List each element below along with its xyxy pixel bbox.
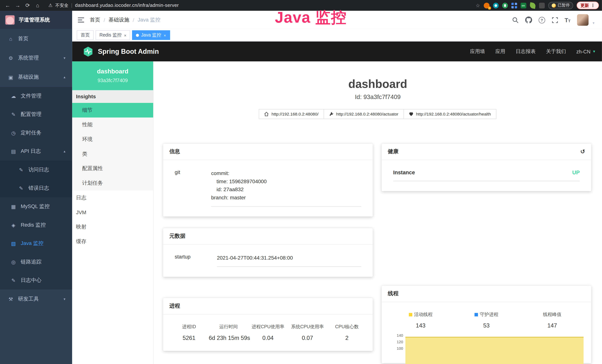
sidebar-item-infra[interactable]: ▣ 基础设施 ▲: [0, 67, 72, 87]
insights-section-header: Insights: [72, 90, 153, 103]
reload-icon[interactable]: ⟳: [23, 1, 32, 10]
sba-language-select[interactable]: zh-CN ▼: [576, 49, 596, 54]
sba-item-performance[interactable]: 性能: [72, 118, 153, 132]
sidebar-item-api-log[interactable]: ▤ API 日志 ▲: [0, 142, 72, 161]
startup-row: startup 2021-04-27T00:44:31.254+08:00: [169, 254, 366, 267]
legend-value: 147: [519, 322, 585, 329]
sba-item-scheduled-tasks[interactable]: 计划任务: [72, 176, 153, 191]
search-icon[interactable]: [512, 17, 519, 23]
sba-item-configprops[interactable]: 配置属性: [72, 161, 153, 176]
history-icon[interactable]: ↺: [580, 148, 585, 155]
health-card: 健康 ↺ Instance UP: [382, 143, 591, 191]
active-threads-area: [406, 337, 584, 364]
sba-item-jvm[interactable]: JVM: [72, 205, 153, 220]
extension-on-icon[interactable]: on: [520, 2, 526, 8]
service-url-link[interactable]: http://192.168.0.2:48080/: [259, 109, 324, 119]
sidebar-item-redis[interactable]: ◈ Redis 监控: [0, 216, 72, 234]
metric-label: 运行时间: [209, 324, 248, 330]
sidebar-item-file[interactable]: ☁ 文件管理: [0, 87, 72, 105]
sba-item-details[interactable]: 细节: [72, 103, 153, 118]
insights-group: 细节 性能 环境 类 配置属性 计划任务: [72, 103, 153, 191]
breadcrumb-item[interactable]: 首页: [90, 17, 100, 23]
git-time-line: time: 1596289704000: [211, 177, 361, 185]
sidebar-item-label: 首页: [18, 35, 28, 42]
extension-teal-icon[interactable]: [493, 2, 499, 8]
health-url-link[interactable]: http://192.168.0.2:48080/actuator/health: [403, 109, 496, 119]
extension-grid-icon[interactable]: [511, 2, 517, 8]
address-bar[interactable]: ⚠ 不安全 | dashboard.yudao.iocoder.cn/infra…: [48, 2, 179, 8]
tab-redis[interactable]: Redis 监控 ×: [96, 30, 130, 40]
tab-label: Java 监控: [141, 32, 161, 38]
sidebar-item-label: 基础设施: [18, 74, 39, 81]
git-value: commit: time: 1596289704000 id: 27aa832 …: [211, 169, 361, 207]
sidebar-item-config[interactable]: ✎ 配置管理: [0, 105, 72, 124]
tab-home[interactable]: 首页: [77, 30, 94, 40]
paused-label: 已暂停: [558, 3, 570, 8]
link-label: http://192.168.0.2:48080/actuator: [336, 112, 398, 117]
extension-leaf-icon[interactable]: [529, 2, 536, 9]
sba-item-logs[interactable]: 日志: [72, 191, 153, 205]
process-metric: 运行时间 6d 23h 15m 59s: [209, 324, 248, 341]
breadcrumb-item[interactable]: 基础设施: [109, 17, 129, 23]
sidebar-item-access-log[interactable]: ✎ 访问日志: [0, 161, 72, 179]
sidebar-item-home[interactable]: ⌂ 首页: [0, 29, 72, 48]
user-avatar[interactable]: [577, 14, 589, 26]
tab-java[interactable]: Java 监控 ×: [132, 30, 170, 40]
sidebar-item-label: 定时任务: [21, 129, 42, 136]
actuator-url-link[interactable]: http://192.168.0.2:48080/actuator: [323, 109, 404, 119]
startup-value: 2021-04-27T00:44:31.254+08:00: [217, 254, 361, 267]
extension-fox-icon[interactable]: 1: [484, 2, 489, 8]
legend-blue-swatch: [474, 313, 478, 317]
url-text[interactable]: dashboard.yudao.iocoder.cn/infra/admin-s…: [75, 3, 179, 8]
dashboard-icon: ⌂: [8, 36, 14, 42]
sba-item-caches[interactable]: 缓存: [72, 234, 153, 249]
legend-value: 143: [388, 322, 453, 329]
sidebar-item-trace[interactable]: ◎ 链路追踪: [0, 253, 72, 271]
extension-green-icon[interactable]: [502, 2, 508, 8]
sidebar-item-label: MySQL 监控: [21, 203, 50, 210]
smiley-icon: [552, 3, 556, 8]
github-icon[interactable]: [525, 17, 532, 23]
instance-header[interactable]: dashboard 93a3fc7f7409: [72, 61, 153, 90]
update-button[interactable]: 更新 ⋮: [577, 1, 599, 9]
browser-home-icon[interactable]: ⌂: [33, 1, 42, 10]
cloud-icon: ☁: [10, 93, 17, 99]
back-icon[interactable]: ←: [3, 1, 12, 10]
bookmark-star-icon[interactable]: ☆: [475, 2, 480, 8]
sidebar-item-mysql[interactable]: ▦ MySQL 监控: [0, 197, 72, 216]
warning-icon: ⚠: [48, 3, 53, 8]
sba-language-label: zh-CN: [576, 49, 591, 54]
paused-badge[interactable]: 已暂停: [548, 2, 573, 9]
sidebar-item-system[interactable]: ⚙ 系统管理 ▼: [0, 48, 72, 68]
tags-view: 首页 Redis 监控 × Java 监控 ×: [72, 29, 602, 41]
sba-main: dashboard Id: 93a3fc7f7409 http://192.16…: [153, 61, 602, 364]
header-actions: ? TT ▼: [512, 14, 595, 26]
hamburger-icon[interactable]: [77, 17, 84, 23]
close-icon[interactable]: ×: [124, 33, 127, 37]
sba-item-mappings[interactable]: 映射: [72, 220, 153, 234]
sba-nav-applications[interactable]: 应用: [495, 48, 505, 55]
font-size-icon[interactable]: TT: [565, 17, 571, 23]
forward-icon[interactable]: →: [13, 1, 22, 10]
extension-dark-icon[interactable]: [539, 2, 545, 8]
sba-nav-about[interactable]: 关于我们: [546, 48, 566, 55]
sba-item-classes[interactable]: 类: [72, 147, 153, 161]
health-row[interactable]: Instance UP: [393, 169, 580, 181]
app-logo[interactable]: 芋道管理系统: [0, 11, 72, 29]
sba-item-environment[interactable]: 环境: [72, 132, 153, 147]
sidebar-item-log-center[interactable]: ✎ 日志中心: [0, 271, 72, 289]
sba-brand[interactable]: Spring Boot Admin: [83, 46, 159, 57]
avatar-caret-icon[interactable]: ▼: [592, 21, 595, 25]
help-icon[interactable]: ?: [538, 17, 545, 23]
sba-nav-journal[interactable]: 日志报表: [516, 48, 536, 55]
sidebar-item-error-log[interactable]: ✎ 错误日志: [0, 179, 72, 197]
fullscreen-icon[interactable]: [552, 17, 558, 23]
sidebar-item-dev-tools[interactable]: ⚒ 研发工具 ▼: [0, 289, 72, 309]
sidebar-item-java[interactable]: ▧ Java 监控: [0, 234, 72, 253]
sba-nav-wallboard[interactable]: 应用墙: [470, 48, 485, 55]
close-icon[interactable]: ×: [163, 33, 166, 37]
metadata-card: 元数据 startup 2021-04-27T00:44:31.254+08:0…: [163, 228, 373, 277]
chevron-down-icon: ▼: [63, 56, 66, 60]
sidebar-item-job[interactable]: ◷ 定时任务: [0, 124, 72, 142]
browser-menu-icon[interactable]: ⋮: [591, 3, 595, 8]
